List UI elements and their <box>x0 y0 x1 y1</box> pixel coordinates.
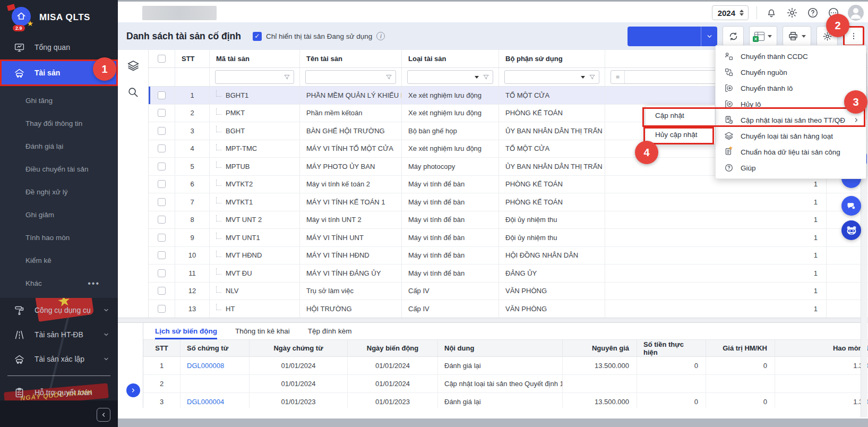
chevron-down-icon[interactable] <box>581 76 585 79</box>
row-checkbox[interactable] <box>158 216 166 224</box>
table-settings-button[interactable] <box>817 26 838 46</box>
column-header-code[interactable]: Mã tài sản <box>210 50 300 67</box>
row-checkbox[interactable] <box>158 91 166 99</box>
tree-expander-icon[interactable] <box>216 286 221 293</box>
tree-expander-icon[interactable] <box>216 215 221 221</box>
year-spinner[interactable] <box>740 10 744 16</box>
row-checkbox[interactable] <box>158 109 166 117</box>
sidebar-collapse-button[interactable] <box>97 408 110 422</box>
tab-lich-su-bien-dong[interactable]: Lịch sử biến động <box>155 327 217 339</box>
history-row[interactable]: 1 DGL000008 01/01/2024 01/01/2024 Đánh g… <box>143 357 868 375</box>
chat-support-button[interactable] <box>841 196 861 216</box>
row-checkbox[interactable] <box>158 269 166 277</box>
equals-operator[interactable]: = <box>611 71 625 83</box>
menu-item-chuyen-loai-hang-loat[interactable]: Chuyển loại tài sản hàng loạt <box>716 128 866 144</box>
notifications-bell-icon[interactable] <box>765 6 778 19</box>
sidebar-item-overview[interactable]: Tổng quan <box>0 35 118 59</box>
funnel-icon[interactable] <box>385 74 392 81</box>
tree-expander-icon[interactable] <box>216 197 221 203</box>
submenu-item-huy-cap-nhat[interactable]: Hủy cập nhật <box>646 125 715 144</box>
history-row[interactable]: 2 01/01/2024 01/01/2024 Cập nhật loại tà… <box>143 375 868 393</box>
chevron-down-icon[interactable] <box>475 76 479 79</box>
submenu-item-de-nghi-xu-ly[interactable]: Đề nghị xử lý <box>0 181 118 203</box>
table-row[interactable]: 12 NLV Trụ sở làm việc Cấp IV VĂN PHÒNG … <box>149 283 868 301</box>
column-header-stt[interactable]: STT <box>175 50 210 67</box>
submenu-item-kiem-ke[interactable]: Kiểm kê <box>0 249 118 272</box>
menu-item-chuan-hoa-du-lieu[interactable]: ★ Chuẩn hóa dữ liệu tài sản công <box>716 144 866 160</box>
in-use-filter[interactable]: ✓ Chỉ hiển thị tài sản Đang sử dụng i <box>253 32 385 41</box>
column-header-dept[interactable]: Bộ phận sử dụng <box>499 50 605 67</box>
tree-expander-icon[interactable] <box>216 251 221 257</box>
funnel-icon[interactable] <box>283 74 290 81</box>
submenu-item-dieu-chuyen-tai-san[interactable]: Điều chuyển tài sản <box>0 158 118 181</box>
filter-input-code[interactable] <box>216 71 294 83</box>
search-icon[interactable] <box>127 86 139 98</box>
filter-input-name[interactable] <box>306 71 396 83</box>
document-link[interactable]: DGL000004 <box>181 393 250 408</box>
tab-thong-tin-ke-khai[interactable]: Thông tin kê khai <box>235 327 290 339</box>
layers-icon[interactable] <box>127 59 140 72</box>
tree-expander-icon[interactable] <box>216 90 221 97</box>
tree-expander-icon[interactable] <box>216 126 221 132</box>
help-icon[interactable] <box>806 6 819 19</box>
export-excel-button[interactable]: X <box>749 26 777 46</box>
submenu-item-tinh-hao-mon[interactable]: Tính hao mòn <box>0 226 118 249</box>
year-selector[interactable]: 2024 <box>712 5 749 20</box>
add-asset-split-button[interactable]: Thêm tài sản <box>628 27 717 46</box>
sidebar-item-tai-san-ht-db[interactable]: Tài sản HT-ĐB <box>0 322 118 347</box>
print-button[interactable] <box>783 26 811 46</box>
settings-gear-icon[interactable] <box>786 6 798 19</box>
funnel-icon[interactable] <box>483 74 489 81</box>
app-logo[interactable]: ★ 2.9 MISA QLTS <box>0 0 118 35</box>
document-link[interactable]: DGL000008 <box>181 357 250 375</box>
tree-expander-icon[interactable] <box>216 108 221 115</box>
row-checkbox[interactable] <box>158 163 166 170</box>
menu-item-chuyen-thanh-ccdc[interactable]: Chuyển thành CCDC <box>716 48 866 64</box>
sidebar-item-tai-san-xac-lap[interactable]: Tài sản xác lập <box>0 347 118 371</box>
row-checkbox[interactable] <box>158 305 166 313</box>
submenu-item-ghi-giam[interactable]: Ghi giảm <box>0 203 118 226</box>
info-icon[interactable]: i <box>376 32 385 40</box>
chatbot-button[interactable] <box>841 220 861 240</box>
funnel-icon[interactable] <box>589 74 596 81</box>
submenu-item-ghi-tang[interactable]: Ghi tăng <box>0 89 118 112</box>
menu-item-giup[interactable]: Giúp <box>716 160 866 176</box>
tree-expander-icon[interactable] <box>216 180 221 186</box>
submenu-item-thay-doi-thong-tin[interactable]: Thay đổi thông tin <box>0 112 118 135</box>
document-link[interactable] <box>181 375 250 393</box>
tree-expander-icon[interactable] <box>216 304 221 310</box>
submenu-item-danh-gia-lai[interactable]: Đánh giá lại <box>0 135 118 158</box>
select-all-checkbox[interactable] <box>158 55 166 63</box>
expand-panel-button[interactable] <box>126 383 140 397</box>
table-row[interactable]: 8 MVT UNT 2 Máy vi tính UNT 2 Máy vi tín… <box>149 211 868 229</box>
tree-expander-icon[interactable] <box>216 233 221 239</box>
filter-select-type[interactable] <box>408 71 493 83</box>
row-checkbox[interactable] <box>158 287 166 295</box>
sidebar-item-cong-cu-dung-cu[interactable]: Công cụ dụng cụ <box>0 298 118 322</box>
row-checkbox[interactable] <box>158 144 166 152</box>
checkbox-checked-icon[interactable]: ✓ <box>253 32 262 41</box>
row-checkbox[interactable] <box>158 251 166 259</box>
tree-expander-icon[interactable] <box>216 144 221 150</box>
history-row[interactable]: 3 DGL000004 01/01/2023 01/01/2023 Đánh g… <box>143 393 868 408</box>
menu-item-chuyen-nguon[interactable]: Chuyển nguồn <box>716 64 866 80</box>
submenu-item-khac[interactable]: Khác••• <box>0 272 118 295</box>
table-row[interactable]: 13 HT HỘI TRƯỜNG Cấp IV VĂN PHÒNG 1 <box>149 300 868 318</box>
sidebar-item-assets[interactable]: Tài sản <box>0 59 118 86</box>
feedback-chat-icon[interactable] <box>827 6 840 19</box>
user-avatar[interactable] <box>848 5 864 21</box>
table-row[interactable]: 7 MVTKT1 MÁY VI TÍNH KẾ TOÁN 1 Máy vi tí… <box>149 193 868 211</box>
submenu-item-cap-nhat[interactable]: Cập nhật <box>646 106 715 125</box>
column-header-name[interactable]: Tên tài sản <box>300 50 402 67</box>
row-checkbox[interactable] <box>158 127 166 135</box>
menu-item-chuyen-thanh-lo[interactable]: Chuyển thành lô <box>716 80 866 96</box>
column-header-type[interactable]: Loại tài sản <box>402 50 499 67</box>
tree-expander-icon[interactable] <box>216 161 221 168</box>
refresh-button[interactable] <box>723 26 744 46</box>
row-checkbox[interactable] <box>158 198 166 206</box>
menu-item-huy-lo[interactable]: Hủy lô <box>716 96 866 112</box>
menu-item-cap-nhat-loai-tai-san[interactable]: Cập nhật loại tài sản theo TT/QĐ <box>716 112 866 128</box>
more-actions-button[interactable] <box>843 26 864 46</box>
row-checkbox[interactable] <box>158 234 166 242</box>
table-row[interactable]: 11 MVT ĐU MÁY VI TÍNH ĐẢNG ỦY Máy vi tín… <box>149 264 868 283</box>
